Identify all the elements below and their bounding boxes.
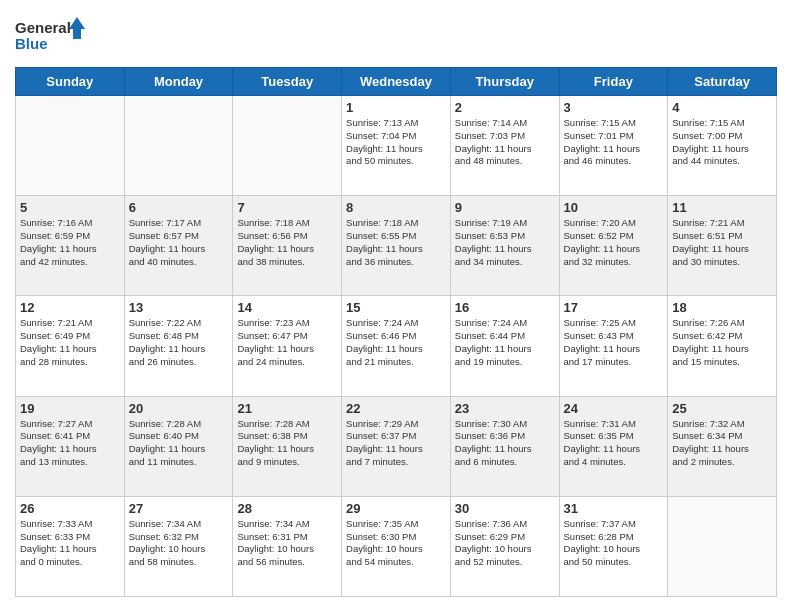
cell-info: Sunrise: 7:14 AM Sunset: 7:03 PM Dayligh…	[455, 117, 555, 168]
day-number: 12	[20, 300, 120, 315]
calendar-cell: 20Sunrise: 7:28 AM Sunset: 6:40 PM Dayli…	[124, 396, 233, 496]
cell-info: Sunrise: 7:33 AM Sunset: 6:33 PM Dayligh…	[20, 518, 120, 569]
logo-svg: General Blue	[15, 15, 85, 57]
calendar-cell: 17Sunrise: 7:25 AM Sunset: 6:43 PM Dayli…	[559, 296, 668, 396]
day-number: 20	[129, 401, 229, 416]
cell-info: Sunrise: 7:24 AM Sunset: 6:44 PM Dayligh…	[455, 317, 555, 368]
calendar-cell	[124, 96, 233, 196]
day-number: 24	[564, 401, 664, 416]
day-number: 4	[672, 100, 772, 115]
calendar-cell: 22Sunrise: 7:29 AM Sunset: 6:37 PM Dayli…	[342, 396, 451, 496]
calendar-cell: 18Sunrise: 7:26 AM Sunset: 6:42 PM Dayli…	[668, 296, 777, 396]
day-number: 3	[564, 100, 664, 115]
cell-info: Sunrise: 7:15 AM Sunset: 7:00 PM Dayligh…	[672, 117, 772, 168]
cell-info: Sunrise: 7:26 AM Sunset: 6:42 PM Dayligh…	[672, 317, 772, 368]
calendar-cell: 2Sunrise: 7:14 AM Sunset: 7:03 PM Daylig…	[450, 96, 559, 196]
cell-info: Sunrise: 7:16 AM Sunset: 6:59 PM Dayligh…	[20, 217, 120, 268]
day-number: 27	[129, 501, 229, 516]
cell-info: Sunrise: 7:27 AM Sunset: 6:41 PM Dayligh…	[20, 418, 120, 469]
day-number: 29	[346, 501, 446, 516]
calendar-cell: 28Sunrise: 7:34 AM Sunset: 6:31 PM Dayli…	[233, 496, 342, 596]
day-header-monday: Monday	[124, 68, 233, 96]
calendar-cell	[668, 496, 777, 596]
cell-info: Sunrise: 7:25 AM Sunset: 6:43 PM Dayligh…	[564, 317, 664, 368]
calendar-cell: 26Sunrise: 7:33 AM Sunset: 6:33 PM Dayli…	[16, 496, 125, 596]
calendar-cell: 25Sunrise: 7:32 AM Sunset: 6:34 PM Dayli…	[668, 396, 777, 496]
day-number: 11	[672, 200, 772, 215]
calendar-cell: 3Sunrise: 7:15 AM Sunset: 7:01 PM Daylig…	[559, 96, 668, 196]
day-number: 13	[129, 300, 229, 315]
day-number: 1	[346, 100, 446, 115]
day-number: 9	[455, 200, 555, 215]
calendar-cell: 16Sunrise: 7:24 AM Sunset: 6:44 PM Dayli…	[450, 296, 559, 396]
day-header-tuesday: Tuesday	[233, 68, 342, 96]
calendar-cell: 27Sunrise: 7:34 AM Sunset: 6:32 PM Dayli…	[124, 496, 233, 596]
cell-info: Sunrise: 7:21 AM Sunset: 6:51 PM Dayligh…	[672, 217, 772, 268]
day-number: 15	[346, 300, 446, 315]
cell-info: Sunrise: 7:28 AM Sunset: 6:40 PM Dayligh…	[129, 418, 229, 469]
cell-info: Sunrise: 7:31 AM Sunset: 6:35 PM Dayligh…	[564, 418, 664, 469]
calendar-cell: 7Sunrise: 7:18 AM Sunset: 6:56 PM Daylig…	[233, 196, 342, 296]
day-number: 7	[237, 200, 337, 215]
calendar-cell: 9Sunrise: 7:19 AM Sunset: 6:53 PM Daylig…	[450, 196, 559, 296]
cell-info: Sunrise: 7:18 AM Sunset: 6:56 PM Dayligh…	[237, 217, 337, 268]
cell-info: Sunrise: 7:15 AM Sunset: 7:01 PM Dayligh…	[564, 117, 664, 168]
svg-text:General: General	[15, 19, 71, 36]
day-number: 10	[564, 200, 664, 215]
calendar-cell: 11Sunrise: 7:21 AM Sunset: 6:51 PM Dayli…	[668, 196, 777, 296]
calendar-cell: 30Sunrise: 7:36 AM Sunset: 6:29 PM Dayli…	[450, 496, 559, 596]
calendar-week-row: 26Sunrise: 7:33 AM Sunset: 6:33 PM Dayli…	[16, 496, 777, 596]
cell-info: Sunrise: 7:13 AM Sunset: 7:04 PM Dayligh…	[346, 117, 446, 168]
calendar-cell: 24Sunrise: 7:31 AM Sunset: 6:35 PM Dayli…	[559, 396, 668, 496]
calendar-week-row: 19Sunrise: 7:27 AM Sunset: 6:41 PM Dayli…	[16, 396, 777, 496]
day-number: 16	[455, 300, 555, 315]
day-number: 23	[455, 401, 555, 416]
day-number: 25	[672, 401, 772, 416]
day-number: 5	[20, 200, 120, 215]
header: General Blue	[15, 15, 777, 57]
calendar-cell	[233, 96, 342, 196]
cell-info: Sunrise: 7:34 AM Sunset: 6:32 PM Dayligh…	[129, 518, 229, 569]
cell-info: Sunrise: 7:23 AM Sunset: 6:47 PM Dayligh…	[237, 317, 337, 368]
calendar-cell: 21Sunrise: 7:28 AM Sunset: 6:38 PM Dayli…	[233, 396, 342, 496]
day-number: 18	[672, 300, 772, 315]
day-number: 30	[455, 501, 555, 516]
day-number: 8	[346, 200, 446, 215]
logo: General Blue	[15, 15, 85, 57]
day-number: 31	[564, 501, 664, 516]
day-number: 6	[129, 200, 229, 215]
day-number: 19	[20, 401, 120, 416]
calendar-cell: 12Sunrise: 7:21 AM Sunset: 6:49 PM Dayli…	[16, 296, 125, 396]
calendar-cell: 29Sunrise: 7:35 AM Sunset: 6:30 PM Dayli…	[342, 496, 451, 596]
page: General Blue SundayMondayTuesdayWednesda…	[0, 0, 792, 612]
day-header-wednesday: Wednesday	[342, 68, 451, 96]
day-number: 28	[237, 501, 337, 516]
day-number: 26	[20, 501, 120, 516]
cell-info: Sunrise: 7:22 AM Sunset: 6:48 PM Dayligh…	[129, 317, 229, 368]
calendar-week-row: 12Sunrise: 7:21 AM Sunset: 6:49 PM Dayli…	[16, 296, 777, 396]
calendar-cell: 8Sunrise: 7:18 AM Sunset: 6:55 PM Daylig…	[342, 196, 451, 296]
calendar-cell: 13Sunrise: 7:22 AM Sunset: 6:48 PM Dayli…	[124, 296, 233, 396]
cell-info: Sunrise: 7:36 AM Sunset: 6:29 PM Dayligh…	[455, 518, 555, 569]
day-number: 14	[237, 300, 337, 315]
calendar-cell: 15Sunrise: 7:24 AM Sunset: 6:46 PM Dayli…	[342, 296, 451, 396]
day-number: 22	[346, 401, 446, 416]
cell-info: Sunrise: 7:32 AM Sunset: 6:34 PM Dayligh…	[672, 418, 772, 469]
cell-info: Sunrise: 7:29 AM Sunset: 6:37 PM Dayligh…	[346, 418, 446, 469]
day-header-sunday: Sunday	[16, 68, 125, 96]
day-number: 21	[237, 401, 337, 416]
calendar-cell: 31Sunrise: 7:37 AM Sunset: 6:28 PM Dayli…	[559, 496, 668, 596]
cell-info: Sunrise: 7:17 AM Sunset: 6:57 PM Dayligh…	[129, 217, 229, 268]
cell-info: Sunrise: 7:19 AM Sunset: 6:53 PM Dayligh…	[455, 217, 555, 268]
cell-info: Sunrise: 7:37 AM Sunset: 6:28 PM Dayligh…	[564, 518, 664, 569]
day-header-friday: Friday	[559, 68, 668, 96]
day-header-thursday: Thursday	[450, 68, 559, 96]
calendar-cell: 10Sunrise: 7:20 AM Sunset: 6:52 PM Dayli…	[559, 196, 668, 296]
calendar-cell: 19Sunrise: 7:27 AM Sunset: 6:41 PM Dayli…	[16, 396, 125, 496]
calendar-header-row: SundayMondayTuesdayWednesdayThursdayFrid…	[16, 68, 777, 96]
svg-marker-2	[69, 17, 85, 39]
cell-info: Sunrise: 7:28 AM Sunset: 6:38 PM Dayligh…	[237, 418, 337, 469]
calendar-cell	[16, 96, 125, 196]
calendar-cell: 14Sunrise: 7:23 AM Sunset: 6:47 PM Dayli…	[233, 296, 342, 396]
calendar-week-row: 1Sunrise: 7:13 AM Sunset: 7:04 PM Daylig…	[16, 96, 777, 196]
